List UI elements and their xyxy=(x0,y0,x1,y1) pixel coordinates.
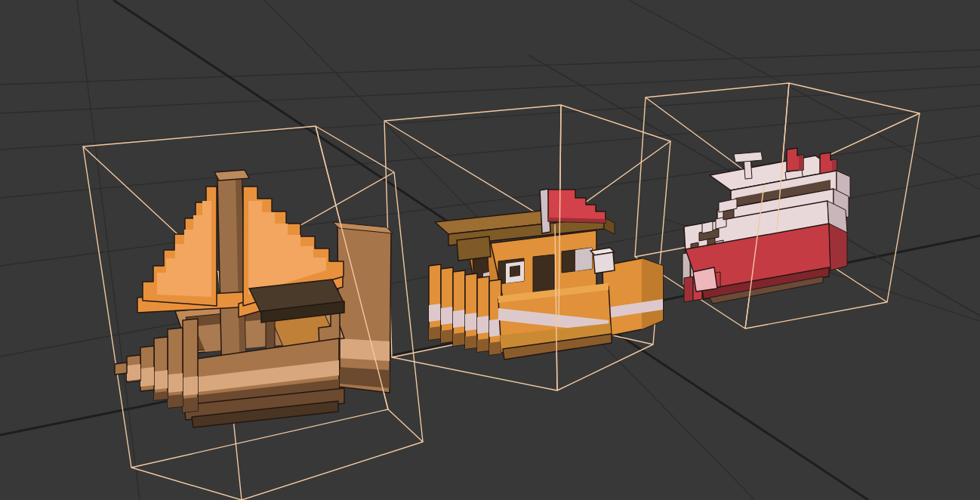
red-slat xyxy=(684,276,693,302)
box-top-face xyxy=(384,105,670,224)
voxel-cruise-ship[interactable] xyxy=(683,148,850,304)
bow-slat-stripe xyxy=(168,373,183,393)
grid-line xyxy=(0,66,980,113)
box-bottom-face xyxy=(131,409,423,500)
voxel-tugboat[interactable] xyxy=(429,189,663,360)
tug-slat-dark xyxy=(429,326,441,340)
tug-slat-dark xyxy=(453,332,465,346)
bow-slat-dark xyxy=(183,397,198,412)
voxel-sailboat[interactable] xyxy=(115,170,393,427)
grid-line xyxy=(0,50,980,85)
tug-slat-dark xyxy=(489,341,501,355)
viewport-canvas[interactable] xyxy=(0,0,980,500)
cabin-door[interactable] xyxy=(533,255,554,295)
bow-slat-stripe xyxy=(140,367,154,387)
bow-slat xyxy=(115,363,127,375)
bow-slat-dark xyxy=(154,391,168,400)
tug-slat-stripe xyxy=(429,304,441,322)
bow-white-block xyxy=(702,221,713,233)
mast-cap xyxy=(214,170,249,181)
bow-slat-dark xyxy=(168,394,183,408)
bow-slat-stripe xyxy=(154,370,168,390)
cabin-window-left-pane xyxy=(510,265,520,277)
bow-slat-stripe xyxy=(127,364,140,381)
grid-line xyxy=(0,85,980,150)
tug-slat-dark xyxy=(441,329,453,343)
tug-slat-stripe xyxy=(453,310,465,328)
stern-quarter-stripe xyxy=(337,338,390,361)
grid-line xyxy=(77,0,140,500)
tug-slat-stripe xyxy=(477,316,489,334)
scene-svg[interactable] xyxy=(0,0,980,500)
roof-wing xyxy=(457,236,491,261)
fender xyxy=(593,252,615,273)
bow-slat-stripe xyxy=(183,376,198,396)
tug-stern-shade xyxy=(642,258,663,329)
funnel-shade xyxy=(799,155,803,171)
bow-slat xyxy=(154,337,168,400)
sail-left-inner xyxy=(157,201,211,297)
tug-slat-dark xyxy=(477,338,489,352)
tug-slat-stripe xyxy=(465,313,477,331)
cabin-window-right-light xyxy=(575,248,592,271)
ship-mast-bar xyxy=(734,152,763,162)
ship-pink-block xyxy=(693,267,717,292)
tug-slat-dark xyxy=(465,335,477,349)
tug-slat-stripe xyxy=(441,307,453,325)
